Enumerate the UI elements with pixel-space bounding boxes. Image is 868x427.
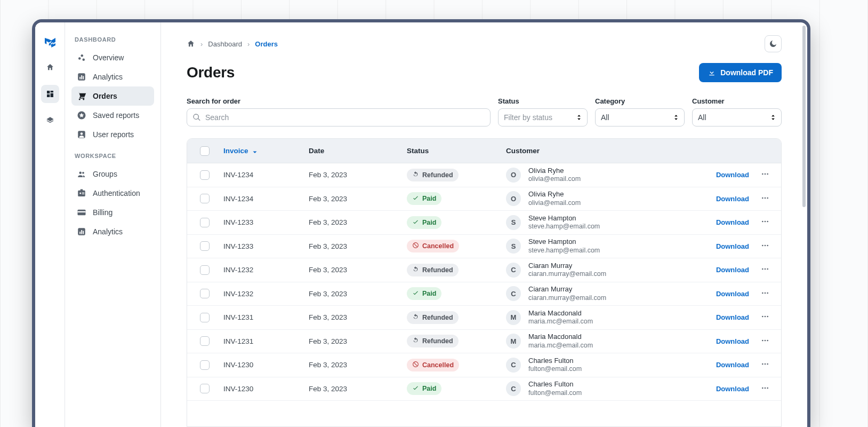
row-menu-button[interactable] bbox=[761, 336, 769, 346]
row-checkbox[interactable] bbox=[200, 384, 210, 393]
column-header-invoice[interactable]: Invoice bbox=[223, 147, 309, 155]
download-link[interactable]: Download bbox=[716, 385, 749, 393]
search-input[interactable] bbox=[205, 113, 485, 122]
avatar: C bbox=[506, 358, 521, 373]
row-menu-button[interactable] bbox=[761, 170, 769, 180]
table-row: INV-1233Feb 3, 2023CancelledSSteve Hampt… bbox=[187, 235, 781, 259]
filters-row: Search for order Status Filter by status… bbox=[187, 97, 782, 126]
rail-dashboard-button[interactable] bbox=[41, 85, 59, 103]
rail-layers-button[interactable] bbox=[41, 112, 59, 130]
table-row: INV-1234Feb 3, 2023PaidOOlivia Ryheolivi… bbox=[187, 187, 781, 211]
cell-customer: CCharles Fultonfulton@email.com bbox=[506, 380, 698, 397]
column-header-customer[interactable]: Customer bbox=[506, 147, 698, 155]
search-input-wrap bbox=[187, 108, 491, 126]
more-icon bbox=[761, 289, 769, 297]
paid-icon bbox=[412, 289, 419, 298]
svg-point-26 bbox=[762, 197, 763, 199]
title-row: Orders Download PDF bbox=[187, 63, 782, 82]
sidebar-item-authentication[interactable]: Authentication bbox=[71, 184, 154, 203]
customer-select[interactable]: All bbox=[692, 108, 782, 126]
svg-point-27 bbox=[765, 197, 766, 199]
download-pdf-button[interactable]: Download PDF bbox=[699, 63, 782, 82]
sidebar-item-analytics-2[interactable]: Analytics bbox=[71, 222, 154, 241]
svg-point-38 bbox=[762, 292, 763, 294]
sidebar-item-groups[interactable]: Groups bbox=[71, 164, 154, 184]
status-label: Cancelled bbox=[422, 242, 454, 250]
category-select[interactable]: All bbox=[595, 108, 685, 126]
sidebar-item-label: Billing bbox=[93, 208, 112, 217]
status-chip: Refunded bbox=[407, 264, 459, 276]
svg-point-31 bbox=[767, 221, 768, 223]
row-menu-button[interactable] bbox=[761, 265, 769, 275]
cell-status: Paid bbox=[407, 287, 506, 300]
row-menu-button[interactable] bbox=[761, 289, 769, 299]
cell-status: Refunded bbox=[407, 311, 506, 324]
row-menu-button[interactable] bbox=[761, 312, 769, 322]
download-link[interactable]: Download bbox=[716, 290, 749, 298]
customer-name: Maria Macdonald bbox=[528, 309, 593, 318]
row-checkbox[interactable] bbox=[200, 218, 210, 227]
sidebar-item-billing[interactable]: Billing bbox=[71, 203, 154, 222]
dashboard-icon bbox=[46, 90, 54, 98]
customer-name: Maria Macdonald bbox=[528, 333, 593, 341]
download-link[interactable]: Download bbox=[716, 218, 749, 226]
row-menu-button[interactable] bbox=[761, 241, 769, 251]
status-label: Refunded bbox=[422, 171, 453, 179]
svg-rect-13 bbox=[81, 189, 83, 191]
sidebar-item-overview[interactable]: Overview bbox=[71, 48, 154, 67]
svg-point-28 bbox=[767, 197, 768, 199]
download-link[interactable]: Download bbox=[716, 361, 749, 369]
download-link[interactable]: Download bbox=[716, 242, 749, 250]
cell-status: Paid bbox=[407, 192, 506, 205]
breadcrumb-item[interactable]: Dashboard bbox=[208, 40, 242, 48]
row-checkbox[interactable] bbox=[200, 194, 210, 203]
svg-rect-21 bbox=[81, 230, 82, 234]
column-header-status[interactable]: Status bbox=[407, 147, 506, 155]
row-menu-button[interactable] bbox=[761, 360, 769, 370]
select-all-checkbox[interactable] bbox=[200, 146, 210, 156]
customer-email: maria.mc@email.com bbox=[528, 342, 593, 350]
row-checkbox[interactable] bbox=[200, 313, 210, 322]
cell-invoice: INV-1234 bbox=[223, 195, 309, 203]
download-link[interactable]: Download bbox=[716, 313, 749, 321]
status-chip: Refunded bbox=[407, 311, 459, 324]
row-checkbox[interactable] bbox=[200, 360, 210, 370]
unfold-icon bbox=[769, 114, 777, 121]
svg-point-36 bbox=[765, 268, 766, 270]
download-link[interactable]: Download bbox=[716, 266, 749, 274]
sidebar-item-user-reports[interactable]: User reports bbox=[71, 125, 154, 144]
svg-point-40 bbox=[767, 292, 768, 294]
scrollbar-thumb[interactable] bbox=[802, 26, 806, 207]
row-menu-button[interactable] bbox=[761, 384, 769, 394]
sidebar-item-saved-reports[interactable]: Saved reports bbox=[71, 106, 154, 125]
row-checkbox[interactable] bbox=[200, 265, 210, 275]
layers-icon bbox=[46, 116, 54, 125]
status-select[interactable]: Filter by status bbox=[498, 108, 588, 126]
row-checkbox[interactable] bbox=[200, 336, 210, 346]
sidebar-item-analytics[interactable]: Analytics bbox=[71, 67, 154, 86]
home-icon[interactable] bbox=[187, 39, 195, 48]
cell-invoice: INV-1233 bbox=[223, 218, 309, 226]
download-link[interactable]: Download bbox=[716, 171, 749, 179]
row-menu-button[interactable] bbox=[761, 217, 769, 227]
download-link[interactable]: Download bbox=[716, 195, 749, 203]
theme-toggle-button[interactable] bbox=[765, 35, 782, 52]
column-header-date[interactable]: Date bbox=[309, 147, 407, 155]
sidebar-item-orders[interactable]: Orders bbox=[71, 86, 154, 106]
avatar: S bbox=[506, 215, 521, 230]
sidebar-item-label: Groups bbox=[93, 170, 117, 178]
refunded-icon bbox=[412, 337, 419, 345]
svg-rect-15 bbox=[82, 193, 85, 193]
row-menu-button[interactable] bbox=[761, 194, 769, 204]
row-checkbox[interactable] bbox=[200, 289, 210, 298]
cell-invoice: INV-1230 bbox=[223, 385, 309, 393]
row-checkbox[interactable] bbox=[200, 170, 210, 180]
cancelled-icon bbox=[412, 242, 419, 250]
row-checkbox[interactable] bbox=[200, 241, 210, 251]
table-header: Invoice Date Status Customer bbox=[187, 139, 781, 163]
svg-point-11 bbox=[82, 172, 84, 174]
svg-point-29 bbox=[762, 221, 763, 223]
scrollbar-track bbox=[802, 25, 806, 425]
download-link[interactable]: Download bbox=[716, 337, 749, 345]
rail-home-button[interactable] bbox=[41, 58, 59, 76]
